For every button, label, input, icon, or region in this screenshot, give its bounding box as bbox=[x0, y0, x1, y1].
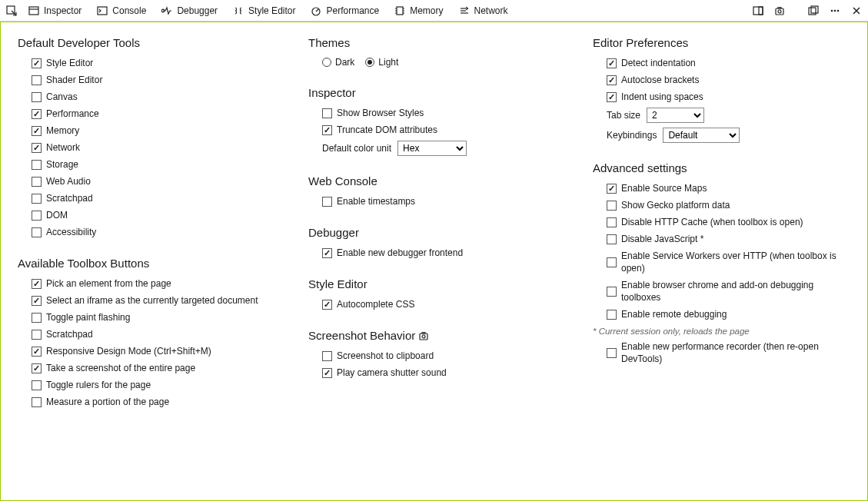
toolbox-button-option[interactable]: Pick an element from the page bbox=[32, 277, 296, 290]
checkbox-icon bbox=[607, 348, 617, 358]
toolbox-button-option[interactable]: Scratchpad bbox=[32, 328, 296, 340]
checkbox-icon bbox=[32, 397, 42, 407]
close-button[interactable] bbox=[848, 2, 865, 19]
tab-console[interactable]: Console bbox=[90, 1, 153, 21]
console-pref-option[interactable]: Enable timestamps bbox=[322, 195, 580, 207]
tab-label: Debugger bbox=[177, 5, 218, 16]
tab-style-editor[interactable]: Style Editor bbox=[226, 1, 302, 21]
separate-window-button[interactable] bbox=[805, 2, 822, 19]
checkbox-icon bbox=[32, 177, 42, 187]
editor-pref-option[interactable]: Detect indentation bbox=[607, 57, 850, 69]
style-editor-icon bbox=[233, 5, 244, 16]
keybindings-label: Keybindings bbox=[607, 130, 657, 141]
tab-network[interactable]: Network bbox=[452, 1, 515, 21]
tab-size-select[interactable]: 2 bbox=[647, 108, 704, 123]
default-tool-option[interactable]: Style Editor bbox=[32, 57, 296, 69]
screenshot-pref-label: Screenshot to clipboard bbox=[337, 350, 434, 362]
advanced-pref-option[interactable]: Disable HTTP Cache (when toolbox is open… bbox=[607, 216, 850, 228]
advanced-pref-option[interactable]: Enable remote debugging bbox=[607, 308, 850, 320]
checkbox-icon bbox=[32, 160, 42, 170]
heading-web-console: Web Console bbox=[308, 174, 580, 187]
theme-light-option[interactable]: Light bbox=[365, 57, 398, 68]
default-tool-label: Accessibility bbox=[46, 226, 96, 238]
toolbox-button-option[interactable]: Take a screenshot of the entire page bbox=[32, 362, 296, 374]
advanced-pref-option[interactable]: Enable Source Maps bbox=[607, 182, 850, 194]
screenshot-pref-option[interactable]: Screenshot to clipboard bbox=[322, 350, 580, 362]
checkbox-icon bbox=[32, 296, 42, 306]
checkbox-icon bbox=[607, 257, 617, 267]
toolbox-button-option[interactable]: Toggle paint flashing bbox=[32, 311, 296, 323]
default-tool-option[interactable]: Performance bbox=[32, 108, 296, 120]
tab-memory[interactable]: Memory bbox=[387, 1, 450, 21]
checkbox-icon bbox=[322, 125, 332, 135]
styleeditor-pref-option[interactable]: Autocomplete CSS bbox=[322, 298, 580, 310]
pick-element-button[interactable] bbox=[3, 2, 20, 19]
default-tool-option[interactable]: Memory bbox=[32, 124, 296, 137]
default-tool-option[interactable]: Canvas bbox=[32, 91, 296, 103]
checkbox-icon bbox=[607, 234, 617, 244]
color-unit-select[interactable]: Hex bbox=[397, 141, 467, 156]
editor-pref-label: Indent using spaces bbox=[621, 91, 703, 103]
default-tool-option[interactable]: Storage bbox=[32, 158, 296, 171]
default-tool-label: Scratchpad bbox=[46, 192, 93, 204]
advanced-pref-option[interactable]: Disable JavaScript * bbox=[607, 233, 850, 245]
toolbox-button-option[interactable]: Responsive Design Mode (Ctrl+Shift+M) bbox=[32, 345, 296, 357]
checkbox-icon bbox=[607, 75, 617, 85]
default-tool-option[interactable]: Network bbox=[32, 141, 296, 154]
advanced-pref-label: Enable remote debugging bbox=[621, 308, 727, 320]
inspector-pref-label: Show Browser Styles bbox=[337, 107, 424, 119]
editor-pref-label: Autoclose brackets bbox=[621, 74, 699, 86]
memory-icon bbox=[394, 5, 405, 16]
default-tool-option[interactable]: Scratchpad bbox=[32, 192, 296, 204]
debugger-pref-option[interactable]: Enable new debugger frontend bbox=[322, 247, 580, 259]
more-options-button[interactable] bbox=[826, 2, 843, 19]
tab-label: Inspector bbox=[44, 5, 81, 16]
checkbox-icon bbox=[607, 310, 617, 320]
advanced-pref-option[interactable]: Enable browser chrome and add-on debuggi… bbox=[607, 279, 850, 304]
default-tool-option[interactable]: Web Audio bbox=[32, 175, 296, 187]
keybindings-select[interactable]: Default bbox=[663, 128, 740, 143]
heading-advanced: Advanced settings bbox=[593, 161, 850, 174]
inspector-icon bbox=[28, 5, 39, 16]
toolbox-button-option[interactable]: Toggle rulers for the page bbox=[32, 379, 296, 391]
checkbox-icon bbox=[32, 126, 42, 136]
inspector-pref-option[interactable]: Truncate DOM attributes bbox=[322, 124, 580, 136]
checkbox-icon bbox=[607, 201, 617, 211]
heading-default-tools: Default Developer Tools bbox=[18, 36, 296, 49]
inspector-pref-label: Truncate DOM attributes bbox=[337, 124, 437, 136]
checkbox-icon bbox=[32, 227, 42, 237]
default-tool-option[interactable]: DOM bbox=[32, 209, 296, 221]
toolbox-button-label: Take a screenshot of the entire page bbox=[46, 362, 195, 374]
toolbox-button-label: Toggle rulers for the page bbox=[46, 379, 151, 391]
screenshot-button[interactable] bbox=[771, 2, 788, 19]
screenshot-pref-option[interactable]: Play camera shutter sound bbox=[322, 367, 580, 379]
checkbox-icon bbox=[32, 347, 42, 357]
advanced-pref-option[interactable]: Enable Service Workers over HTTP (when t… bbox=[607, 250, 850, 274]
default-tool-option[interactable]: Accessibility bbox=[32, 226, 296, 238]
perf-recorder-option[interactable]: Enable new performance recorder (then re… bbox=[607, 340, 850, 365]
inspector-pref-option[interactable]: Show Browser Styles bbox=[322, 107, 580, 119]
toolbox-button-label: Select an iframe as the currently target… bbox=[46, 294, 258, 307]
settings-panel: Default Developer Tools Style EditorShad… bbox=[0, 22, 868, 501]
advanced-pref-label: Disable HTTP Cache (when toolbox is open… bbox=[621, 216, 803, 228]
toolbox-button-option[interactable]: Select an iframe as the currently target… bbox=[32, 294, 296, 307]
checkbox-icon bbox=[322, 368, 332, 378]
tab-performance[interactable]: Performance bbox=[304, 1, 386, 21]
advanced-pref-option[interactable]: Show Gecko platform data bbox=[607, 199, 850, 211]
editor-pref-option[interactable]: Autoclose brackets bbox=[607, 74, 850, 86]
checkbox-icon bbox=[322, 300, 332, 310]
editor-pref-label: Detect indentation bbox=[621, 57, 696, 69]
theme-dark-option[interactable]: Dark bbox=[322, 57, 354, 68]
default-tool-label: Shader Editor bbox=[46, 74, 102, 86]
checkbox-icon bbox=[32, 363, 42, 373]
advanced-pref-label: Disable JavaScript * bbox=[621, 233, 703, 245]
checkbox-icon bbox=[32, 58, 42, 68]
dock-side-button[interactable] bbox=[750, 2, 767, 19]
default-tool-option[interactable]: Shader Editor bbox=[32, 74, 296, 86]
heading-style-editor: Style Editor bbox=[308, 277, 580, 290]
editor-pref-option[interactable]: Indent using spaces bbox=[607, 91, 850, 103]
heading-screenshot-behavior: Screenshot Behavior bbox=[308, 329, 580, 342]
toolbox-button-option[interactable]: Measure a portion of the page bbox=[32, 396, 296, 408]
tab-debugger[interactable]: Debugger bbox=[155, 1, 224, 21]
tab-inspector[interactable]: Inspector bbox=[22, 1, 88, 21]
